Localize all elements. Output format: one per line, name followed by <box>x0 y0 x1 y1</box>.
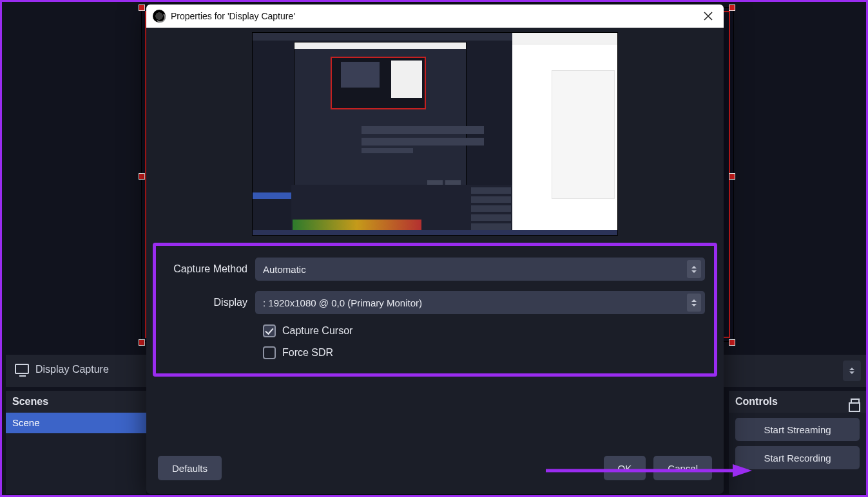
resize-handle[interactable] <box>729 173 735 180</box>
start-recording-button[interactable]: Start Recording <box>735 446 860 469</box>
close-icon <box>704 12 713 21</box>
dropdown-spinner-icon <box>687 294 701 312</box>
dialog-title: Properties for 'Display Capture' <box>171 11 295 21</box>
preview-area <box>146 28 724 240</box>
dropdown-spinner-icon <box>687 260 701 278</box>
capture-method-value: Automatic <box>263 264 306 275</box>
popout-icon[interactable] <box>851 399 860 406</box>
dialog-titlebar[interactable]: Properties for 'Display Capture' <box>146 5 724 28</box>
controls-header-label: Controls <box>735 396 778 408</box>
source-spinner[interactable] <box>843 361 861 381</box>
dialog-footer: Defaults OK Cancel <box>146 451 724 494</box>
preview-thumbnail <box>252 32 618 236</box>
force-sdr-label: Force SDR <box>282 347 333 359</box>
capture-method-select[interactable]: Automatic <box>255 258 705 281</box>
cancel-button[interactable]: Cancel <box>653 456 712 480</box>
source-name[interactable]: Display Capture <box>35 364 109 375</box>
properties-dialog: Properties for 'Display Capture' <box>146 5 724 494</box>
controls-header: Controls <box>729 391 866 413</box>
obs-icon <box>153 10 166 23</box>
capture-cursor-label: Capture Cursor <box>282 325 352 337</box>
scenes-dock: Scenes Scene <box>6 391 146 494</box>
resize-handle[interactable] <box>729 339 735 346</box>
scene-item[interactable]: Scene <box>6 413 146 433</box>
resize-handle[interactable] <box>139 339 145 346</box>
ok-button[interactable]: OK <box>604 456 646 480</box>
defaults-button[interactable]: Defaults <box>158 456 222 480</box>
monitor-icon <box>15 364 29 374</box>
start-streaming-button[interactable]: Start Streaming <box>735 418 860 441</box>
capture-cursor-checkbox[interactable] <box>263 324 276 337</box>
force-sdr-checkbox[interactable] <box>263 346 276 359</box>
display-label: Display <box>165 297 255 308</box>
resize-handle[interactable] <box>139 5 145 11</box>
controls-dock: Controls Start Streaming Start Recording <box>729 391 866 494</box>
resize-handle[interactable] <box>139 173 145 180</box>
scenes-header: Scenes <box>6 391 146 413</box>
resize-handle[interactable] <box>729 5 735 11</box>
display-value: : 1920x1080 @ 0,0 (Primary Monitor) <box>263 297 422 308</box>
capture-method-label: Capture Method <box>165 263 255 275</box>
settings-highlight-box: Capture Method Automatic Display : 1920x… <box>153 243 717 377</box>
display-select[interactable]: : 1920x1080 @ 0,0 (Primary Monitor) <box>255 291 705 314</box>
close-button[interactable] <box>699 7 717 25</box>
